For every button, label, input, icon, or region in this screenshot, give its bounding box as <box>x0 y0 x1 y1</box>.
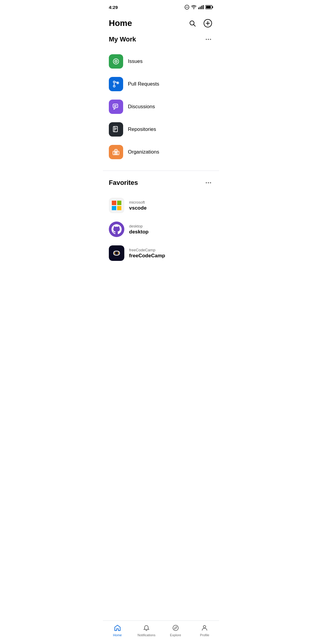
svg-rect-2 <box>198 7 199 9</box>
issues-item[interactable]: Issues <box>109 50 213 73</box>
battery-icon <box>205 5 213 9</box>
orgs-icon-bg <box>109 145 123 159</box>
favorites-section: Favorites microsoft <box>103 178 219 265</box>
svg-rect-28 <box>114 126 117 132</box>
svg-point-39 <box>208 182 209 183</box>
favorites-title: Favorites <box>109 179 138 187</box>
ms-red <box>112 201 116 205</box>
home-icon <box>114 624 121 631</box>
fav-vscode-item[interactable]: microsoft vscode <box>109 193 213 217</box>
explore-nav-label: Explore <box>170 633 181 637</box>
svg-rect-8 <box>206 6 211 8</box>
search-button[interactable] <box>187 18 198 29</box>
vscode-text: microsoft vscode <box>129 200 147 211</box>
profile-nav-label: Profile <box>200 633 209 637</box>
add-button[interactable] <box>202 18 213 29</box>
discussions-icon-bg <box>109 100 123 114</box>
notifications-icon <box>143 624 150 631</box>
repositories-label: Repositories <box>128 126 156 132</box>
fav-desktop-item[interactable]: desktop desktop <box>109 217 213 241</box>
more-horiz-icon <box>205 36 212 43</box>
add-icon <box>203 19 212 28</box>
my-work-header: My Work <box>109 35 213 44</box>
svg-point-42 <box>203 626 206 628</box>
ms-green <box>117 201 122 205</box>
explore-icon <box>172 624 179 631</box>
pull-requests-item[interactable]: Pull Requests <box>109 73 213 95</box>
bottom-nav: Home Notifications Explore Profile <box>103 620 219 644</box>
pr-icon-bg <box>109 77 123 91</box>
nav-home[interactable]: Home <box>103 624 132 637</box>
svg-point-38 <box>206 182 207 183</box>
fcc-repo: freeCodeCamp <box>129 253 165 259</box>
fcc-org: freeCodeCamp <box>129 248 165 252</box>
svg-rect-7 <box>212 6 213 8</box>
notifications-icon-wrap <box>142 624 151 632</box>
svg-rect-3 <box>200 7 201 9</box>
svg-point-41 <box>173 625 178 631</box>
repositories-item[interactable]: Repositories <box>109 118 213 141</box>
organizations-item[interactable]: Organizations <box>109 141 213 163</box>
issues-label: Issues <box>128 58 143 64</box>
profile-icon-wrap <box>200 624 209 632</box>
wifi-icon <box>191 5 196 9</box>
nav-profile[interactable]: Profile <box>190 624 219 637</box>
svg-rect-5 <box>203 5 204 9</box>
github-desktop-logo <box>109 222 124 237</box>
desktop-org: desktop <box>129 224 148 228</box>
vscode-org: microsoft <box>129 200 147 205</box>
fcc-icon <box>112 249 121 258</box>
my-work-section: My Work Issues <box>103 35 219 163</box>
pr-label: Pull Requests <box>128 81 159 87</box>
page-title: Home <box>109 18 132 28</box>
notifications-nav-label: Notifications <box>137 633 155 637</box>
favorites-header: Favorites <box>109 178 213 188</box>
svg-point-40 <box>210 182 211 183</box>
svg-point-21 <box>113 85 115 87</box>
desktop-avatar <box>109 222 124 237</box>
status-icons <box>185 5 213 10</box>
svg-point-20 <box>113 81 115 83</box>
desktop-repo: desktop <box>129 229 148 235</box>
content-area: My Work Issues <box>103 35 219 299</box>
svg-point-16 <box>210 39 211 40</box>
discussions-item[interactable]: Discussions <box>109 95 213 118</box>
repos-icon-bg <box>109 122 123 137</box>
profile-icon <box>201 624 208 631</box>
status-time: 4:29 <box>109 5 118 10</box>
more-horiz-icon-2 <box>205 179 212 186</box>
repos-icon <box>112 126 120 133</box>
ms-yellow <box>117 206 122 210</box>
desktop-text: desktop desktop <box>129 224 148 235</box>
organizations-label: Organizations <box>128 149 159 155</box>
signal-icon <box>198 5 204 9</box>
pr-icon <box>112 80 120 88</box>
svg-point-19 <box>116 61 117 62</box>
github-icon <box>112 224 122 234</box>
favorites-menu-button[interactable] <box>204 178 213 188</box>
ms-blue <box>112 206 116 210</box>
section-divider <box>103 171 219 171</box>
nav-explore[interactable]: Explore <box>161 624 190 637</box>
app-header: Home <box>103 13 219 35</box>
my-work-title: My Work <box>109 35 136 43</box>
svg-point-15 <box>208 39 209 40</box>
home-icon-wrap <box>113 624 122 632</box>
orgs-icon <box>112 148 120 156</box>
fav-fcc-item[interactable]: freeCodeCamp freeCodeCamp <box>109 241 213 265</box>
svg-line-10 <box>194 25 196 27</box>
search-icon <box>189 20 196 27</box>
explore-icon-wrap <box>171 624 180 632</box>
issues-icon-bg <box>109 54 123 69</box>
discussions-label: Discussions <box>128 104 155 110</box>
svg-rect-4 <box>201 6 202 9</box>
vscode-repo: vscode <box>129 205 147 211</box>
header-actions <box>187 18 213 29</box>
microsoft-avatar <box>109 198 124 213</box>
home-nav-label: Home <box>113 633 122 637</box>
svg-point-14 <box>206 39 207 40</box>
microsoft-logo <box>112 201 121 210</box>
issues-icon <box>112 58 120 65</box>
nav-notifications[interactable]: Notifications <box>132 624 161 637</box>
my-work-menu-button[interactable] <box>204 35 213 44</box>
